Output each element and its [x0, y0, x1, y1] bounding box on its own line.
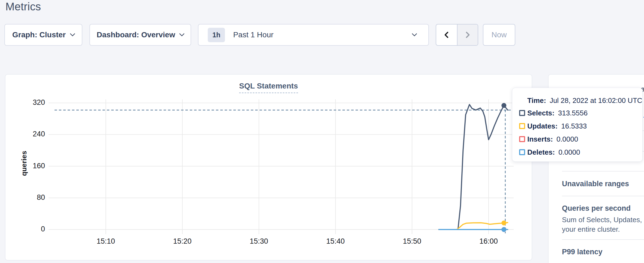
tooltip-series-value: 0.0000	[556, 135, 578, 143]
graph-scope-dropdown[interactable]: Graph: Cluster	[4, 24, 82, 46]
divider	[562, 196, 644, 196]
tooltip-series-label: Selects:	[527, 109, 555, 117]
x-tick-label: 15:20	[173, 237, 192, 246]
series-swatch-icon	[519, 110, 525, 116]
chart-hover-tooltip: Time: Jul 28, 2022 at 16:02:00 UTC Selec…	[512, 88, 643, 162]
graph-scope-label: Graph: Cluster	[12, 30, 66, 39]
y-tick-label: 80	[8, 193, 45, 202]
glossary-entry-title: Unavailable ranges	[562, 180, 629, 188]
tooltip-series-row: Deletes:0.0000	[512, 146, 642, 159]
y-tick-label: 320	[8, 98, 45, 107]
tooltip-series-row: Updates:16.5333	[512, 120, 642, 133]
time-range-label: Past 1 Hour	[233, 30, 273, 39]
series-swatch-icon	[519, 136, 525, 142]
tooltip-series-row: Inserts:0.0000	[512, 133, 642, 146]
tooltip-time-row: Time: Jul 28, 2022 at 16:02:00 UTC	[512, 94, 642, 106]
time-range-selector[interactable]: 1h Past 1 Hour	[198, 24, 429, 46]
tooltip-series-label: Deletes:	[527, 148, 555, 157]
glossary-entry-description: Sum of Selects, Updates, Inserts and Del…	[562, 215, 644, 234]
x-tick-label: 16:00	[479, 237, 498, 246]
y-tick-label: 160	[8, 162, 45, 170]
tooltip-series-value: 16.5333	[561, 122, 587, 130]
chart-plot-area[interactable]	[49, 99, 514, 234]
series-swatch-icon	[519, 123, 525, 129]
x-tick-label: 15:40	[326, 237, 345, 246]
tooltip-time-value: Jul 28, 2022 at 16:02:00 UTC	[550, 96, 642, 105]
divider	[562, 171, 644, 172]
glossary-entry-title: Queries per second	[562, 204, 631, 213]
tooltip-series-label: Inserts:	[527, 135, 553, 143]
time-range-badge: 1h	[208, 28, 225, 42]
tooltip-series-value: 313.5556	[558, 109, 588, 117]
y-tick-label: 240	[8, 130, 45, 138]
next-time-button[interactable]	[457, 25, 478, 45]
x-tick-label: 15:50	[403, 237, 421, 246]
chevron-down-icon	[70, 31, 75, 36]
tooltip-series-label: Updates:	[527, 122, 558, 130]
chevron-down-icon	[412, 31, 417, 36]
chevron-left-icon	[443, 31, 451, 39]
tooltip-series-row: Selects:313.5556	[512, 106, 642, 120]
chart-title[interactable]: SQL Statements	[239, 82, 298, 93]
tooltip-time-label: Time:	[527, 96, 546, 105]
series-swatch-icon	[519, 149, 525, 155]
prev-time-button[interactable]	[436, 25, 457, 45]
chevron-down-icon	[179, 31, 185, 36]
page-title: Metrics	[5, 1, 41, 13]
now-button[interactable]: Now	[483, 24, 515, 46]
tooltip-series-value: 0.0000	[558, 148, 580, 157]
glossary-entry-title: P99 latency	[562, 248, 603, 256]
dashboard-dropdown[interactable]: Dashboard: Overview	[89, 24, 191, 46]
time-window-pager	[436, 24, 478, 46]
x-tick-label: 15:10	[97, 237, 115, 246]
dashboard-label: Dashboard: Overview	[97, 30, 175, 39]
y-tick-label: 0	[8, 225, 45, 233]
divider	[562, 239, 644, 240]
x-tick-label: 15:30	[250, 237, 268, 246]
chevron-right-icon	[464, 31, 472, 39]
